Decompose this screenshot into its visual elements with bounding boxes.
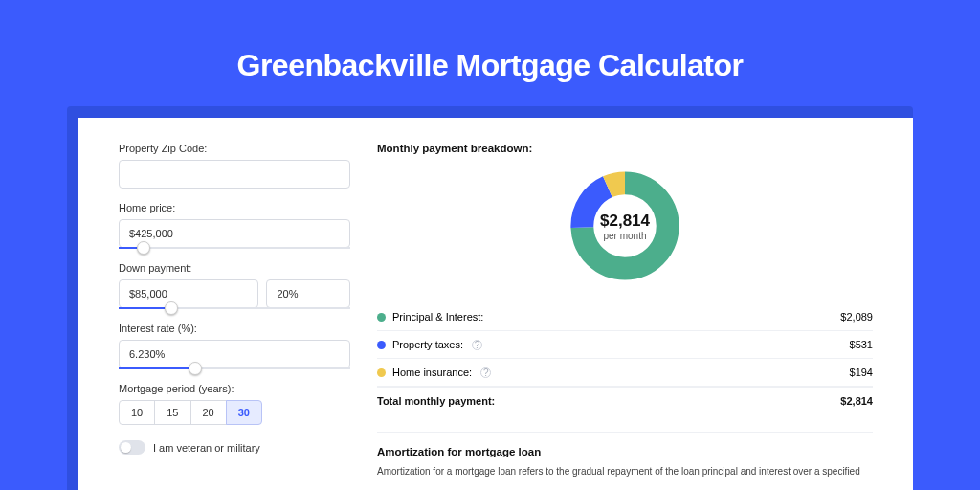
rate-input[interactable] (119, 340, 350, 368)
dot-icon (377, 341, 386, 349)
line-label: Property taxes: (392, 339, 463, 350)
form-column: Property Zip Code: Home price: Down paym… (78, 118, 366, 490)
amortization-text: Amortization for a mortgage loan refers … (377, 465, 873, 479)
line-total: Total monthly payment: $2,814 (377, 387, 873, 414)
rate-label: Interest rate (%): (119, 323, 350, 334)
donut-chart: $2,814 per month (568, 169, 681, 282)
zip-field: Property Zip Code: (119, 143, 350, 189)
donut-amount: $2,814 (600, 212, 650, 231)
price-field: Home price: (119, 202, 350, 249)
down-slider[interactable] (119, 307, 350, 309)
line-taxes: Property taxes: ? $531 (377, 331, 873, 359)
total-value: $2,814 (840, 395, 873, 407)
period-label: Mortgage period (years): (119, 383, 350, 394)
veteran-toggle[interactable] (119, 440, 145, 455)
period-button-10[interactable]: 10 (119, 400, 155, 425)
price-label: Home price: (119, 202, 350, 213)
zip-label: Property Zip Code: (119, 143, 350, 154)
line-value: $194 (850, 367, 873, 378)
veteran-row: I am veteran or military (119, 440, 350, 455)
line-value: $531 (850, 339, 873, 350)
page-title: Greenbackville Mortgage Calculator (0, 0, 980, 106)
period-field: Mortgage period (years): 10152030 (119, 383, 350, 425)
period-button-30[interactable]: 30 (226, 400, 262, 425)
price-input[interactable] (119, 219, 350, 248)
calculator-shadow: Property Zip Code: Home price: Down paym… (67, 106, 913, 490)
dot-icon (377, 368, 386, 377)
down-amount-input[interactable] (119, 279, 258, 308)
donut-chart-block: $2,814 per month (377, 164, 873, 303)
line-label: Principal & Interest: (392, 311, 483, 323)
period-button-15[interactable]: 15 (154, 400, 190, 425)
period-group: 10152030 (119, 400, 350, 425)
amortization-title: Amortization for mortgage loan (377, 446, 873, 457)
info-icon[interactable]: ? (480, 368, 491, 378)
down-percent-input[interactable] (266, 279, 350, 308)
dot-icon (377, 313, 386, 322)
donut-sub: per month (603, 231, 646, 241)
line-label: Home insurance: (392, 367, 472, 378)
line-insurance: Home insurance: ? $194 (377, 359, 873, 387)
slider-thumb[interactable] (165, 301, 178, 315)
info-icon[interactable]: ? (472, 340, 482, 350)
total-label: Total monthly payment: (377, 395, 495, 407)
breakdown-title: Monthly payment breakdown: (377, 143, 873, 154)
zip-input[interactable] (119, 160, 350, 189)
rate-field: Interest rate (%): (119, 323, 350, 369)
calculator-panel: Property Zip Code: Home price: Down paym… (78, 118, 913, 490)
price-slider[interactable] (119, 247, 350, 249)
down-field: Down payment: (119, 262, 350, 309)
period-button-20[interactable]: 20 (190, 400, 227, 425)
breakdown-column: Monthly payment breakdown: $2,814 per mo… (366, 118, 913, 490)
line-value: $2,089 (840, 311, 873, 323)
amortization-section: Amortization for mortgage loan Amortizat… (377, 432, 873, 479)
veteran-label: I am veteran or military (153, 442, 260, 454)
slider-thumb[interactable] (189, 362, 202, 375)
slider-thumb[interactable] (137, 241, 150, 255)
down-label: Down payment: (119, 262, 350, 274)
rate-slider[interactable] (119, 368, 350, 369)
donut-center: $2,814 per month (568, 169, 681, 282)
line-principal: Principal & Interest: $2,089 (377, 303, 873, 331)
